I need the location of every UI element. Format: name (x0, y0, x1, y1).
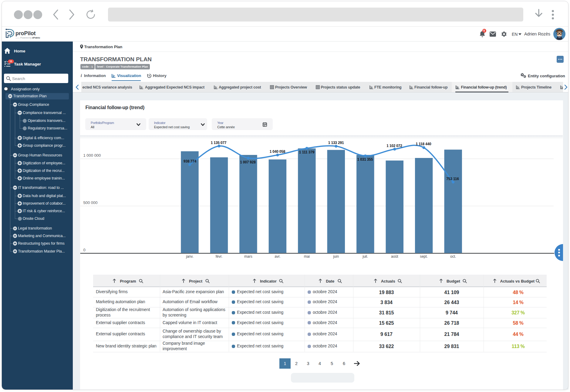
svg-text:753 116: 753 116 (446, 177, 459, 181)
svg-text:sept.: sept. (420, 254, 428, 259)
svg-text:juin: juin (333, 254, 339, 259)
svg-text:1 000 000: 1 000 000 (83, 153, 101, 158)
svg-text:oct.: oct. (450, 254, 456, 259)
svg-text:500 000: 500 000 (83, 200, 98, 205)
svg-text:1 118 440: 1 118 440 (416, 142, 431, 146)
svg-text:mars: mars (244, 254, 252, 259)
svg-text:avr.: avr. (275, 254, 280, 259)
svg-text:1 007 928: 1 007 928 (240, 160, 256, 164)
svg-text:août: août (391, 254, 398, 259)
svg-text:juil.: juil. (362, 254, 368, 259)
svg-text:0: 0 (83, 248, 86, 252)
svg-text:1 133 291: 1 133 291 (328, 141, 344, 145)
svg-text:1 135 077: 1 135 077 (211, 141, 227, 145)
svg-text:1 031 355: 1 031 355 (357, 157, 373, 162)
svg-text:févr.: févr. (216, 254, 223, 259)
svg-text:938 774: 938 774 (184, 159, 197, 163)
svg-text:1 040 058: 1 040 058 (270, 149, 285, 154)
svg-text:1 111 379: 1 111 379 (299, 150, 315, 154)
svg-text:janv.: janv. (186, 254, 193, 259)
svg-text:1 102 072: 1 102 072 (386, 144, 402, 148)
svg-text:mai: mai (304, 254, 310, 259)
